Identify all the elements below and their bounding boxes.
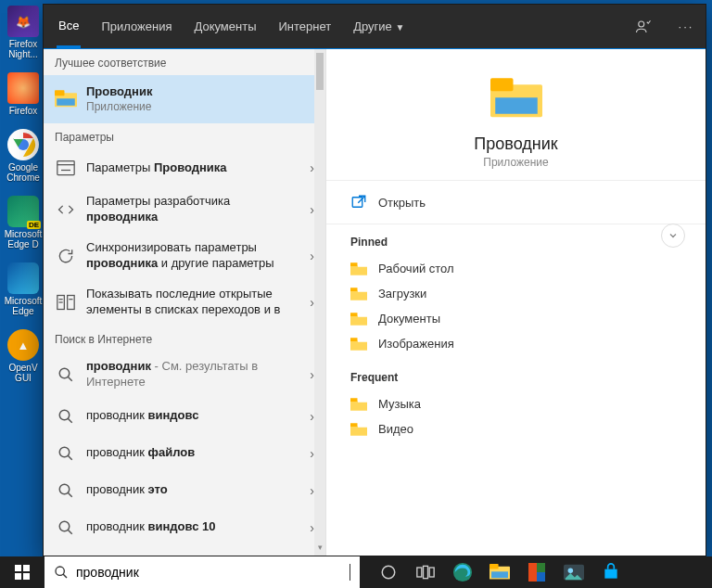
- folder-icon: [350, 398, 367, 411]
- chevron-right-icon: ›: [304, 160, 314, 175]
- chevron-right-icon: ›: [304, 483, 314, 498]
- search-input[interactable]: [76, 565, 342, 580]
- svg-point-2: [639, 21, 644, 27]
- tab-more[interactable]: Другие ▼: [351, 6, 406, 46]
- chevron-right-icon: ›: [304, 409, 314, 424]
- expand-actions-button[interactable]: [661, 224, 685, 248]
- text-caret: [350, 564, 350, 581]
- folder-icon: [350, 338, 367, 351]
- feedback-button[interactable]: [631, 15, 655, 39]
- taskbar-photos[interactable]: [560, 558, 588, 586]
- preview-pane: Проводник Приложение Открыть Pinned Рабо…: [326, 49, 706, 556]
- svg-rect-34: [350, 398, 358, 402]
- web-result[interactable]: проводник виндовс 10 ›: [44, 509, 325, 546]
- web-result[interactable]: проводник - См. результаты в Интернете ›: [44, 352, 325, 398]
- pinned-item[interactable]: Документы: [350, 306, 681, 331]
- scrollbar-down-icon[interactable]: ▾: [314, 541, 325, 554]
- start-button[interactable]: [0, 556, 44, 588]
- taskbar-office[interactable]: [523, 558, 551, 586]
- search-icon: [55, 554, 77, 556]
- file-explorer-icon: [490, 73, 542, 125]
- search-tabs-bar: Все Приложения Документы Интернет Другие…: [44, 5, 706, 49]
- folder-icon: [350, 423, 367, 436]
- open-icon: [350, 194, 367, 211]
- svg-rect-26: [490, 78, 514, 91]
- app-icon: 🦊: [7, 6, 39, 37]
- svg-rect-35: [350, 423, 358, 427]
- cortana-button[interactable]: [375, 558, 402, 586]
- desktop-icon-label: Firefox: [9, 106, 38, 116]
- app-icon: [7, 72, 39, 104]
- pinned-item[interactable]: Изображения: [350, 331, 681, 356]
- taskbar-store[interactable]: [597, 558, 625, 586]
- result-best-match[interactable]: Проводник Приложение: [44, 75, 325, 123]
- svg-rect-28: [352, 198, 362, 208]
- tab-documents[interactable]: Документы: [192, 6, 258, 46]
- taskbar-file-explorer[interactable]: [486, 558, 514, 586]
- chevron-down-icon: ▼: [395, 22, 404, 32]
- chevron-right-icon: ›: [304, 446, 314, 461]
- taskbar-search-box[interactable]: [44, 556, 360, 588]
- results-scrollbar[interactable]: ▾: [314, 49, 325, 556]
- scrollbar-thumb[interactable]: [316, 53, 324, 90]
- web-result[interactable]: проводник файлов ›: [44, 435, 325, 472]
- settings-result[interactable]: Показывать последние открытые элементы в…: [44, 279, 325, 326]
- settings-result[interactable]: Параметры разработчика проводника ›: [44, 186, 325, 233]
- svg-point-21: [59, 521, 70, 531]
- sync-icon: [55, 245, 77, 267]
- svg-line-14: [68, 377, 72, 381]
- web-result[interactable]: проводник это ›: [44, 472, 325, 509]
- svg-line-18: [68, 455, 72, 460]
- frequent-item[interactable]: Музыка: [350, 391, 681, 416]
- svg-point-15: [59, 410, 70, 420]
- preview-subtitle: Приложение: [483, 156, 548, 169]
- section-best-match: Лучшее соответствие: [44, 49, 325, 75]
- desktop-icon-openvpn[interactable]: ▲ OpenV GUI: [4, 329, 43, 383]
- settings-result[interactable]: Параметры Проводника ›: [44, 149, 325, 186]
- search-icon: [54, 565, 69, 580]
- settings-result[interactable]: Синхронизировать параметры проводника и …: [44, 233, 325, 279]
- result-subtitle: Приложение: [86, 100, 314, 115]
- taskbar-edge[interactable]: [449, 558, 477, 586]
- taskbar: [0, 556, 712, 588]
- open-action[interactable]: Открыть: [326, 181, 706, 224]
- svg-rect-43: [417, 568, 422, 577]
- preview-title: Проводник: [474, 134, 557, 154]
- svg-rect-33: [350, 338, 358, 341]
- pinned-header: Pinned: [350, 236, 681, 249]
- pinned-item[interactable]: Рабочий стол: [350, 256, 681, 281]
- desktop-icon-edge[interactable]: Microsoft Edge: [4, 262, 43, 316]
- desktop-icon-firefox[interactable]: Firefox: [4, 72, 43, 116]
- svg-rect-5: [57, 98, 75, 106]
- search-icon: [55, 364, 77, 386]
- desktop-icon-chrome[interactable]: Google Chrome: [4, 129, 43, 183]
- desktop-icon-label: Google Chrome: [4, 162, 43, 183]
- svg-rect-38: [15, 573, 21, 580]
- tab-apps[interactable]: Приложения: [99, 6, 173, 46]
- chevron-right-icon: ›: [304, 520, 314, 535]
- desktop-icon-edge-dev[interactable]: DE Microsoft Edge D: [4, 196, 43, 249]
- desktop-icon-label: Microsoft Edge D: [4, 229, 43, 249]
- tab-internet[interactable]: Интернет: [276, 6, 333, 46]
- app-icon: [7, 262, 39, 294]
- web-result[interactable]: проводник виндовс ›: [44, 398, 325, 435]
- svg-rect-44: [424, 566, 428, 578]
- file-explorer-icon: [55, 88, 77, 110]
- app-icon: DE: [7, 196, 39, 227]
- desktop-icon-firefox-nightly[interactable]: 🦊 Firefox Night...: [4, 6, 43, 59]
- task-view-button[interactable]: [412, 558, 439, 586]
- svg-rect-52: [537, 572, 545, 582]
- svg-point-40: [56, 567, 64, 575]
- chevron-right-icon: ›: [304, 367, 314, 382]
- frequent-group: Frequent Музыка Видео: [326, 360, 706, 445]
- frequent-item[interactable]: Видео: [350, 416, 681, 441]
- tab-all[interactable]: Все: [57, 6, 81, 48]
- chevron-right-icon: ›: [304, 295, 314, 310]
- svg-rect-48: [490, 564, 499, 569]
- search-icon: [55, 517, 77, 539]
- web-result[interactable]: проводник скачать на пк ›: [44, 546, 325, 556]
- svg-line-22: [68, 530, 72, 534]
- svg-rect-31: [350, 288, 358, 291]
- pinned-item[interactable]: Загрузки: [350, 281, 681, 306]
- more-options-button[interactable]: ···: [674, 15, 698, 39]
